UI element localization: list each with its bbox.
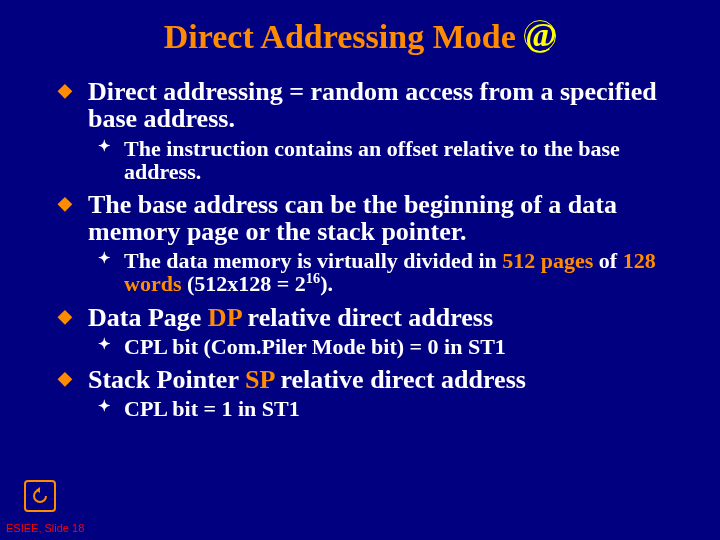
bullet-1: Direct addressing = random access from a…: [88, 78, 688, 133]
exponent: 16: [306, 270, 320, 286]
bullet-4: Stack Pointer SP relative direct address: [88, 366, 688, 393]
text: relative direct address: [274, 365, 526, 394]
bullet-1-sub-1: The instruction contains an offset relat…: [124, 137, 688, 183]
text: relative direct address: [241, 303, 493, 332]
text: ).: [320, 271, 333, 296]
highlight-dp: DP: [208, 303, 241, 332]
text: of: [593, 248, 622, 273]
text: Data Page: [88, 303, 208, 332]
bullet-2: The base address can be the beginning of…: [88, 191, 688, 246]
title-text: Direct Addressing Mode: [164, 18, 524, 55]
bullet-3-sub-1: CPL bit (Com.Piler Mode bit) = 0 in ST1: [124, 335, 688, 358]
highlight-512-pages: 512 pages: [502, 248, 593, 273]
bullet-2-sub-1: The data memory is virtually divided in …: [124, 249, 688, 295]
bullet-4-sub-1: CPL bit = 1 in ST1: [124, 397, 688, 420]
back-button[interactable]: [24, 480, 56, 512]
text: (512x128 = 2: [181, 271, 305, 296]
undo-arrow-icon: [30, 486, 50, 506]
at-symbol-icon: @: [524, 20, 556, 52]
slide-footer: ESIEE, Slide 18: [6, 522, 84, 534]
highlight-sp: SP: [245, 365, 274, 394]
slide-body: Direct addressing = random access from a…: [88, 70, 688, 422]
slide-title: Direct Addressing Mode @: [0, 18, 720, 56]
slide: Direct Addressing Mode @ Direct addressi…: [0, 0, 720, 540]
text: Stack Pointer: [88, 365, 245, 394]
bullet-3: Data Page DP relative direct address: [88, 304, 688, 331]
